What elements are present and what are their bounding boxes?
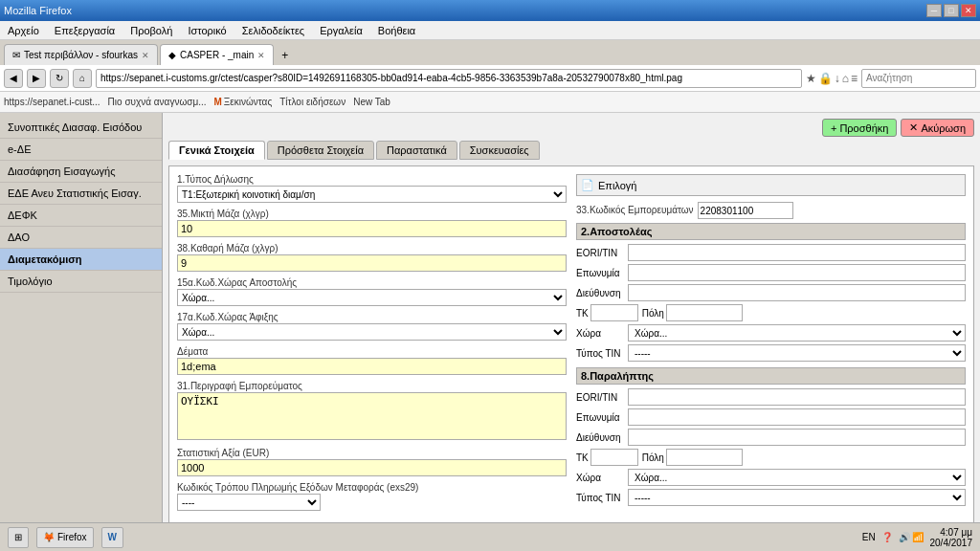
statistiki-input[interactable]: [177, 459, 567, 476]
paraliptis-eponimia-input[interactable]: [628, 408, 966, 426]
paraliptis-eori-group: EORI/ΤΙΝ: [576, 388, 966, 406]
epilogi-label[interactable]: Επιλογή: [598, 180, 636, 191]
apostoleas-typostin-select[interactable]: -----: [628, 344, 966, 362]
apostoleas-tk-input[interactable]: [590, 304, 638, 321]
statistiki-group: Στατιστική Αξία (EUR): [177, 448, 567, 476]
maximize-button[interactable]: □: [944, 4, 959, 17]
menubar: Αρχείο Επεξεργασία Προβολή Ιστορικό Σελι…: [0, 21, 980, 40]
start-button[interactable]: ⊞: [8, 527, 29, 548]
apostoleas-eori-input[interactable]: [628, 244, 966, 261]
close-button[interactable]: ✕: [961, 4, 976, 17]
settings-icon[interactable]: ≡: [851, 72, 858, 85]
apostoleas-typostin-label: Τύπος ΤΙΝ: [576, 348, 624, 359]
identity-icon[interactable]: 🔒: [818, 72, 833, 85]
sidebar-item-timologio[interactable]: Τιμολόγιο: [0, 271, 162, 293]
paraliptis-eponimia-label: Επωνυμία: [576, 412, 624, 423]
sidebar-item-dao[interactable]: ΔΑΟ: [0, 227, 162, 249]
menu-arxeio[interactable]: Αρχείο: [4, 23, 43, 38]
word-taskbar-btn[interactable]: W: [101, 527, 123, 548]
help-icon[interactable]: ❓: [881, 532, 893, 542]
kathari-masa-group: 38.Καθαρή Μάζα (χλγρ): [177, 243, 567, 272]
cancel-button[interactable]: ✕ Ακύρωση: [901, 119, 974, 137]
sidebar-item-synoptikes[interactable]: Συνοπτικές Διασαφ. Εισόδου: [0, 117, 162, 139]
paraliptis-xwra-group: Χώρα Χώρα...: [576, 469, 966, 486]
kodikos-emporeymatwn-input[interactable]: [698, 202, 793, 219]
bookmarks-bar: https://sepanet.i-cust... Πιο συχνά αναγ…: [0, 92, 980, 113]
mikti-masa-input[interactable]: [177, 220, 567, 237]
paraliptis-poli-input[interactable]: [666, 449, 743, 466]
minimize-button[interactable]: ─: [926, 4, 942, 17]
apostoleas-xwra-select[interactable]: Χώρα...: [628, 324, 966, 342]
apostoleas-header: 2.Αποστολέας: [576, 223, 966, 240]
paraliptis-tk-input[interactable]: [590, 449, 638, 466]
sidebar-item-diasaph[interactable]: Διασάφηση Εισαγωγής: [0, 161, 162, 183]
system-icons: 🔊 📶: [899, 532, 924, 542]
sidebar: Συνοπτικές Διασαφ. Εισόδου e-ΔΕ Διασάφησ…: [0, 113, 163, 522]
tab-test-close[interactable]: ✕: [142, 51, 149, 60]
kodikos-tropou-select[interactable]: ----: [177, 494, 321, 511]
forward-button[interactable]: ▶: [27, 69, 46, 88]
paraliptis-eori-input[interactable]: [628, 388, 966, 406]
apostoleas-typostin-group: Τύπος ΤΙΝ -----: [576, 344, 966, 362]
bookmark-1[interactable]: https://sepanet.i-cust...: [4, 97, 100, 107]
sidebar-item-diamet[interactable]: Διαμετακόμιση: [0, 249, 162, 271]
search-input[interactable]: [861, 69, 976, 88]
tab-casper[interactable]: ◆ CASPER - _main ✕: [160, 44, 274, 65]
sidebar-item-defk[interactable]: ΔΕΦΚ: [0, 205, 162, 227]
tab-syskevasies[interactable]: Συσκευασίες: [459, 141, 540, 160]
sidebar-item-ede[interactable]: e-ΔΕ: [0, 139, 162, 161]
refresh-button[interactable]: ↻: [50, 69, 69, 88]
bookmark-5[interactable]: New Tab: [353, 97, 390, 107]
add-button[interactable]: + Προσθήκη: [822, 119, 897, 137]
paraliptis-typostin-select[interactable]: -----: [628, 489, 966, 506]
url-bar[interactable]: [96, 69, 802, 88]
perigrafi-textarea[interactable]: ΟΥΪΣΚΙ: [177, 392, 567, 440]
windows-icon: ⊞: [14, 532, 22, 542]
tab-prostheta[interactable]: Πρόσθετα Στοιχεία: [267, 141, 374, 160]
apostoleas-poli-input[interactable]: [666, 304, 743, 321]
menu-voitheia[interactable]: Βοήθεια: [374, 23, 419, 38]
tab-parastatiika[interactable]: Παραστατικά: [376, 141, 457, 160]
tab-casper-close[interactable]: ✕: [257, 51, 265, 60]
menu-epexergasia[interactable]: Επεξεργασία: [51, 23, 119, 38]
bookmark-star-icon[interactable]: ★: [806, 72, 816, 85]
apostoleas-eponimia-label: Επωνυμία: [576, 268, 624, 278]
apostoleas-dieythinsi-input[interactable]: [628, 284, 966, 301]
mikti-masa-label: 35.Μικτή Μάζα (χλγρ): [177, 209, 567, 219]
demata-input[interactable]: [177, 358, 567, 375]
new-tab-button[interactable]: +: [276, 46, 294, 65]
tab-bar: Γενικά Στοιχεία Πρόσθετα Στοιχεία Παραστ…: [168, 141, 974, 160]
kathari-masa-input[interactable]: [177, 254, 567, 272]
kathari-masa-label: 38.Καθαρή Μάζα (χλγρ): [177, 243, 567, 253]
home-addr-icon[interactable]: ⌂: [842, 72, 849, 85]
xwra-apostolis-select[interactable]: Χώρα...: [177, 289, 567, 306]
bookmark-4[interactable]: Τίτλοι ειδήσεων: [279, 97, 345, 107]
apostoleas-tk-label: ΤΚ: [576, 308, 589, 319]
menu-provoli[interactable]: Προβολή: [126, 23, 176, 38]
sidebar-item-ede-anef[interactable]: ΕΔΕ Ανευ Στατιστικής Εισαγ.: [0, 183, 162, 205]
apostoleas-poli-group: Πόλη: [642, 304, 743, 321]
tab-genika[interactable]: Γενικά Στοιχεία: [168, 141, 265, 160]
demata-group: Δέματα: [177, 346, 567, 375]
demata-label: Δέματα: [177, 346, 567, 357]
bookmark-2[interactable]: Πιο συχνά αναγνωσμ...: [108, 97, 207, 107]
apostoleas-eponimia-input[interactable]: [628, 264, 966, 281]
tab-test[interactable]: ✉ Test περιβάλλον - sfourkas ✕: [4, 44, 158, 65]
typos-dilosis-select[interactable]: T1:Εξωτερική κοινοτική διαμ/ση: [177, 186, 567, 203]
download-icon[interactable]: ↓: [835, 72, 840, 85]
xwra-afixis-select[interactable]: Χώρα...: [177, 323, 567, 341]
xwra-afixis-group: 17α.Κωδ.Χώρας Άφιξης Χώρα...: [177, 312, 567, 341]
back-button[interactable]: ◀: [4, 69, 23, 88]
paraliptis-dieythinsi-input[interactable]: [628, 429, 966, 446]
apostoleas-poli-label: Πόλη: [642, 308, 664, 319]
firefox-label: Firefox: [57, 532, 87, 542]
menu-selidodektes[interactable]: Σελιδοδείκτες: [238, 23, 308, 38]
kodikos-emporeymatwn-row: 33.Κωδικός Εμπορευμάτων: [576, 202, 966, 219]
menu-ergaleia[interactable]: Εργαλεία: [316, 23, 367, 38]
paraliptis-xwra-select[interactable]: Χώρα...: [628, 469, 966, 486]
bookmark-3[interactable]: Ξεκινώντας: [224, 97, 272, 107]
kodikos-tropou-group: Κωδικός Τρόπου Πληρωμής Εξόδων Μεταφοράς…: [177, 482, 567, 511]
menu-istoriko[interactable]: Ιστορικό: [184, 23, 230, 38]
firefox-taskbar-btn[interactable]: 🦊 Firefox: [36, 527, 94, 548]
home-button[interactable]: ⌂: [73, 69, 92, 88]
